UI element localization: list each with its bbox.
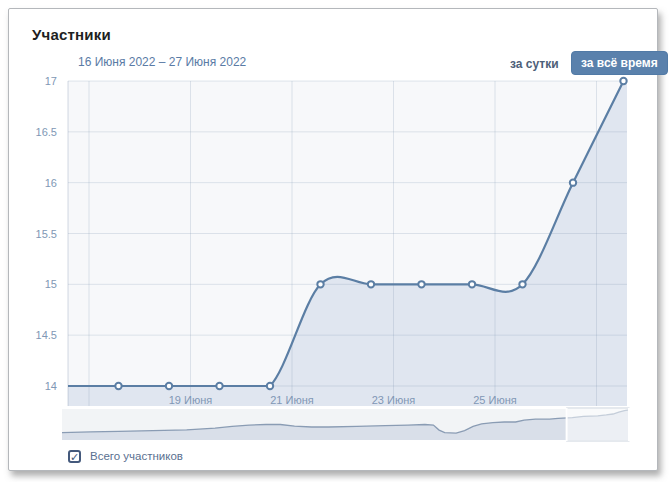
data-point-marker[interactable] — [267, 383, 273, 389]
data-point-marker[interactable] — [166, 383, 172, 389]
y-tick-label: 17 — [45, 75, 57, 87]
y-tick-label: 16.5 — [36, 126, 57, 138]
y-tick-label: 15 — [45, 278, 57, 290]
data-point-marker[interactable] — [570, 179, 576, 185]
data-point-marker[interactable] — [368, 281, 374, 287]
minimap-brush[interactable] — [62, 408, 629, 441]
data-point-marker[interactable] — [216, 383, 222, 389]
stats-panel: Участники 16 Июня 2022 – 27 Июня 2022 за… — [8, 8, 658, 471]
data-point-marker[interactable] — [317, 281, 323, 287]
y-tick-label: 14 — [45, 380, 57, 392]
data-point-marker[interactable] — [469, 281, 475, 287]
y-tick-label: 14.5 — [36, 329, 57, 341]
data-point-marker[interactable] — [519, 281, 525, 287]
plot-area: 1716.51615.51514.51419 Июня21 Июня23 Июн… — [36, 75, 627, 406]
y-tick-label: 16 — [45, 177, 57, 189]
data-point-marker[interactable] — [418, 281, 424, 287]
x-tick-label: 23 Июня — [372, 394, 416, 406]
minimap-selection-window[interactable] — [567, 408, 629, 441]
data-point-marker[interactable] — [620, 78, 626, 84]
members-line-chart: 1716.51615.51514.51419 Июня21 Июня23 Июн… — [9, 9, 657, 471]
x-tick-label: 19 Июня — [169, 394, 213, 406]
legend-checkbox[interactable]: ✓ — [68, 450, 81, 463]
y-tick-label: 15.5 — [36, 228, 57, 240]
data-point-marker[interactable] — [115, 383, 121, 389]
legend-row[interactable]: ✓ Всего участников — [68, 448, 183, 464]
x-tick-label: 21 Июня — [270, 394, 314, 406]
legend-checkbox-label: Всего участников — [90, 450, 183, 462]
x-tick-label: 25 Июня — [473, 394, 517, 406]
